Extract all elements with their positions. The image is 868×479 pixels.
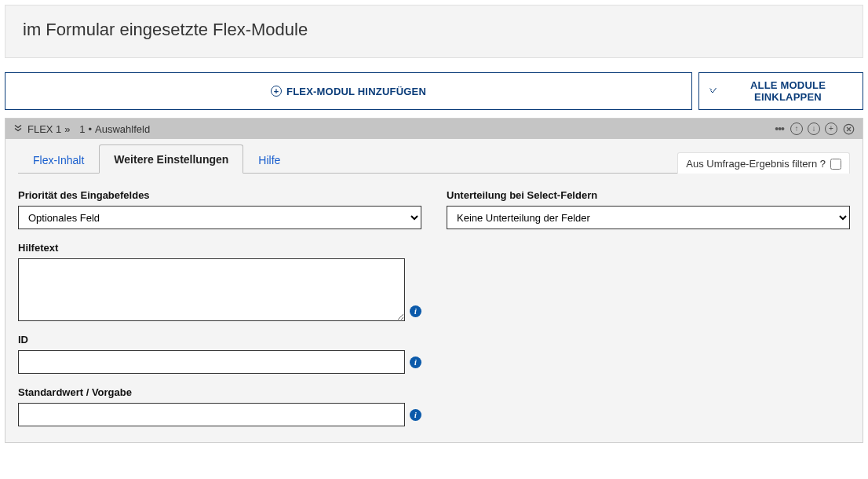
filter-box: Aus Umfrage-Ergebnis filtern ? [677, 152, 850, 174]
collapse-all-label: ALLE MODULE EINKLAPPEN [723, 79, 853, 103]
plus-circle-icon: + [271, 86, 282, 97]
tab-help[interactable]: Hilfe [243, 145, 295, 174]
section-header: im Formular eingesetzte Flex-Module [5, 5, 863, 58]
module-separator: » [64, 123, 70, 135]
add-module-button[interactable]: + FLEX-MODUL HINZUFÜGEN [5, 72, 692, 110]
filter-checkbox[interactable] [830, 159, 841, 170]
info-icon[interactable]: i [410, 357, 421, 368]
page-title: im Formular eingesetzte Flex-Module [23, 20, 845, 40]
tab-row: Flex-Inhalt Weitere Einstellungen Hilfe … [18, 144, 850, 174]
module-body: Flex-Inhalt Weitere Einstellungen Hilfe … [5, 144, 863, 442]
module-bullet: • [88, 123, 92, 135]
priority-select[interactable]: Optionales Feld [18, 206, 421, 229]
helptext-textarea[interactable] [18, 258, 405, 321]
default-input[interactable] [18, 403, 405, 426]
subdivision-select[interactable]: Keine Unterteilung der Felder [447, 206, 850, 229]
id-group: ID i [18, 334, 421, 374]
form-grid: Priorität des Eingabefeldes Optionales F… [18, 189, 850, 426]
add-module-label: FLEX-MODUL HINZUFÜGEN [286, 86, 426, 97]
priority-label: Priorität des Eingabefeldes [18, 189, 421, 201]
module-type: Auswahlfeld [95, 123, 150, 135]
info-icon[interactable]: i [410, 409, 421, 421]
module-title-group: FLEX 1 » 1 • Auswahlfeld [13, 123, 150, 135]
collapse-all-button[interactable]: ALLE MODULE EINKLAPPEN [698, 72, 863, 110]
filter-label: Aus Umfrage-Ergebnis filtern ? [686, 158, 826, 170]
more-icon[interactable]: ••• [775, 122, 786, 135]
module-header-icons: ••• ↑ ↓ + [775, 122, 855, 135]
priority-group: Priorität des Eingabefeldes Optionales F… [18, 189, 421, 229]
id-label: ID [18, 334, 421, 346]
move-up-icon[interactable]: ↑ [790, 122, 803, 135]
default-group: Standardwert / Vorgabe i [18, 386, 421, 426]
helptext-group: Hilfetext i [18, 242, 421, 321]
module-header: FLEX 1 » 1 • Auswahlfeld ••• ↑ ↓ + [5, 119, 863, 139]
module-index: 1 [79, 123, 85, 135]
collapse-icon [709, 86, 718, 97]
module-card: FLEX 1 » 1 • Auswahlfeld ••• ↑ ↓ + Flex-… [5, 118, 863, 443]
right-column: Unterteilung bei Select-Feldern Keine Un… [447, 189, 850, 426]
helptext-label: Hilfetext [18, 242, 421, 254]
info-icon[interactable]: i [410, 305, 421, 317]
add-icon[interactable]: + [825, 122, 837, 135]
id-input[interactable] [18, 350, 405, 374]
tab-settings[interactable]: Weitere Einstellungen [99, 144, 243, 174]
module-prefix: FLEX 1 [27, 123, 61, 135]
remove-icon[interactable] [842, 122, 855, 135]
subdivision-group: Unterteilung bei Select-Feldern Keine Un… [447, 189, 850, 229]
expand-toggle-icon[interactable] [13, 123, 23, 134]
default-label: Standardwert / Vorgabe [18, 386, 421, 398]
left-column: Priorität des Eingabefeldes Optionales F… [18, 189, 421, 426]
action-row: + FLEX-MODUL HINZUFÜGEN ALLE MODULE EINK… [0, 63, 868, 118]
subdivision-label: Unterteilung bei Select-Feldern [447, 189, 850, 201]
move-down-icon[interactable]: ↓ [808, 122, 820, 135]
tab-flex-content[interactable]: Flex-Inhalt [18, 145, 99, 174]
